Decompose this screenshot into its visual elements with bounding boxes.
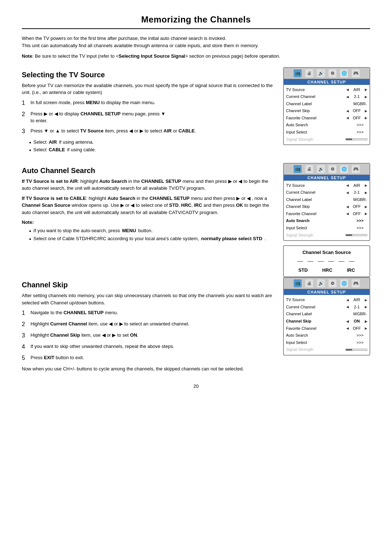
scan-hrc: HRC: [322, 267, 332, 273]
scan-dashes: — — — — — —: [291, 258, 362, 264]
menu1-row-favorite: Favorite Channel ◀ OFF ▶: [286, 115, 367, 122]
menu3-icon-tv: 📺: [294, 279, 302, 287]
skip-step-num-1: 1: [22, 309, 28, 317]
channel-skip-footer: Now when you use CH+/- buttons to cycle …: [22, 365, 276, 373]
menu3-row-favorite: Favorite Channel ◀ OFF ▶: [286, 325, 367, 332]
menu2-row-favorite: Favorite Channel ◀ OFF ▶: [286, 210, 367, 218]
step-num-3: 3: [22, 127, 28, 136]
channel-setup-menu-1: 📺 🖨 🔊 ⚙ 🌐 🎮 CHANNEL SETUP TV Source ◀ AI…: [283, 67, 370, 145]
menu2-row-signal: Signal Strength: [286, 232, 367, 239]
selecting-tv-source-text: Selecting the TV Source Before your TV c…: [22, 67, 276, 156]
skip-step-num-5: 5: [22, 354, 28, 362]
note-bullet-1: If you want to stop the auto-search, pre…: [29, 227, 276, 234]
selecting-tv-source-intro: Before your TV can memorize the availabl…: [22, 82, 276, 96]
channel-scan-source-box: Channel Scan Source — — — — — — STD HRC …: [283, 245, 370, 277]
signal-bar-3: [346, 349, 367, 351]
menu3-container: 📺 🖨 🔊 ⚙ 🌐 🎮 CHANNEL SETUP TV Source ◀ AI…: [283, 277, 370, 373]
menu1-row-label: Channel Label WGBR-: [286, 100, 367, 108]
menu1-row-signal: Signal Strength: [286, 136, 367, 143]
selecting-tv-source-section: Selecting the TV Source Before your TV c…: [22, 67, 370, 156]
signal-bar-1: [346, 138, 367, 140]
menu3-row-input: Input Select >>>: [286, 339, 367, 346]
menu2-row-input: Input Select >>>: [286, 225, 367, 232]
intro-line-2: This unit can automatically find all cha…: [22, 42, 370, 49]
title-divider: [22, 28, 370, 29]
channel-skip-intro: After setting channels into memory, you …: [22, 292, 276, 306]
menu3-header: CHANNEL SETUP: [284, 289, 369, 295]
menu1-row-auto: Auto Search >>>: [286, 122, 367, 129]
menu2-icons: 📺 🖨 🔊 ⚙ 🌐 🎮: [284, 164, 369, 175]
menu3-icon-copy: 🖨: [305, 279, 313, 287]
step-num-2: 2: [22, 110, 28, 124]
channel-setup-menu-2: 📺 🖨 🔊 ⚙ 🌐 🎮 CHANNEL SETUP TV Source ◀ AI…: [283, 163, 370, 241]
step-3: 3 Press ▼ or ▲ to select TV Source item,…: [22, 127, 276, 136]
skip-step-5: 5 Press EXIT button to exit.: [22, 354, 276, 362]
menu1-icon-tv: 📺: [294, 69, 302, 77]
menu3-row-tvsource: TV Source ◀ AIR ▶: [286, 296, 367, 304]
channel-skip-section: Channel Skip After setting channels into…: [22, 277, 370, 373]
channel-skip-steps: 1 Navigate to the CHANNEL SETUP menu. 2 …: [22, 309, 276, 362]
menu2-row-skip: Channel Skip ◀ OFF ▶: [286, 203, 367, 210]
menu3-icon-globe: 🌐: [340, 279, 348, 287]
menu2-icon-ctrl: 🎮: [352, 165, 360, 173]
auto-channel-title: Auto Channel Search: [22, 167, 276, 175]
page-number: 20: [22, 383, 370, 389]
menu1-icon-audio: 🔊: [317, 69, 325, 77]
menu1-header: CHANNEL SETUP: [284, 79, 369, 85]
skip-step-2: 2 Highlight Current Channel item, use ◀ …: [22, 320, 276, 329]
menu1-row-current: Current Channel ◀ 2-1 ▶: [286, 93, 367, 100]
note-intro: Note: Be sure to select the TV input (re…: [22, 53, 370, 60]
menu3-icon-audio: 🔊: [317, 279, 325, 287]
skip-step-num-4: 4: [22, 342, 28, 351]
menu1-row-tvsource: TV Source ◀ AIR ▶: [286, 86, 367, 94]
menu2-row-tvsource: TV Source ◀ AIR ▶: [286, 182, 367, 189]
menu1-icon-ctrl: 🎮: [352, 69, 360, 77]
menu2-icon-audio: 🔊: [317, 165, 325, 173]
auto-channel-note: Note: If you want to stop the auto-searc…: [22, 219, 276, 242]
menu3-rows: TV Source ◀ AIR ▶ Current Channel ◀ 2-1 …: [284, 295, 369, 355]
note-bullets: If you want to stop the auto-search, pre…: [29, 227, 276, 242]
menu1-icon-gear: ⚙: [328, 69, 336, 77]
skip-step-1: 1 Navigate to the CHANNEL SETUP menu.: [22, 309, 276, 317]
selecting-bullets: Select AIR if using antenna. Select CABL…: [29, 139, 276, 153]
step-content-1: In full screen mode, press MENU to displ…: [30, 99, 276, 107]
auto-channel-menus: 📺 🖨 🔊 ⚙ 🌐 🎮 CHANNEL SETUP TV Source ◀ AI…: [283, 163, 370, 278]
menu3-icon-gear: ⚙: [328, 279, 336, 287]
skip-step-content-3: Highlight Channel Skip item, use ◀ or ▶ …: [30, 332, 276, 340]
menu2-icon-globe: 🌐: [340, 165, 348, 173]
bullet-cable: Select CABLE if using cable.: [29, 146, 276, 153]
skip-step-4: 4 If you want to skip other unwanted cha…: [22, 343, 276, 351]
selecting-tv-source-steps: 1 In full screen mode, press MENU to dis…: [22, 99, 276, 136]
selecting-tv-source-title: Selecting the TV Source: [22, 71, 276, 79]
menu1-row-skip: Channel Skip ◀ OFF ▶: [286, 107, 367, 115]
menu1-icons: 📺 🖨 🔊 ⚙ 🌐 🎮: [284, 68, 369, 79]
right-arrow: ▶: [365, 87, 367, 92]
menu1-row-input: Input Select >>>: [286, 129, 367, 136]
auto-channel-text: Auto Channel Search If TV Source is set …: [22, 163, 276, 278]
skip-step-content-4: If you want to skip other unwanted chann…: [30, 343, 276, 351]
menu1-icon-copy: 🖨: [305, 69, 313, 77]
menu1-rows: TV Source ◀ AIR ▶ Current Channel ◀ 2-1 …: [284, 85, 369, 145]
intro-line-1: When the TV powers on for the first time…: [22, 35, 370, 42]
step-content-2: Press ▶ or ◀ to display CHANNEL SETUP me…: [30, 110, 276, 124]
skip-step-content-1: Navigate to the CHANNEL SETUP menu.: [30, 309, 276, 317]
menu2-icon-gear: ⚙: [328, 165, 336, 173]
menu3-row-signal: Signal Strength: [286, 346, 367, 353]
channel-setup-menu-3: 📺 🖨 🔊 ⚙ 🌐 🎮 CHANNEL SETUP TV Source ◀ AI…: [283, 277, 370, 356]
menu2-rows: TV Source ◀ AIR ▶ Current Channel ◀ 2-1 …: [284, 181, 369, 241]
scan-irc: IRC: [347, 267, 355, 273]
skip-step-content-2: Highlight Current Channel item, use ◀ or…: [30, 320, 276, 329]
menu3-row-current: Current Channel ◀ 2-1 ▶: [286, 304, 367, 311]
menu1-icon-globe: 🌐: [340, 69, 348, 77]
menu3-icons: 📺 🖨 🔊 ⚙ 🌐 🎮: [284, 278, 369, 289]
menu2-icon-tv: 📺: [294, 165, 302, 173]
signal-bar-2: [346, 234, 367, 236]
note-bullet-2: Select one of Cable STD/HRC/IRC accordin…: [29, 235, 276, 242]
menu1-container: 📺 🖨 🔊 ⚙ 🌐 🎮 CHANNEL SETUP TV Source ◀ AI…: [283, 67, 370, 156]
bullet-air: Select AIR if using antenna.: [29, 139, 276, 146]
skip-step-3: 3 Highlight Channel Skip item, use ◀ or …: [22, 332, 276, 340]
note-label: Note:: [22, 219, 34, 225]
scan-source-title: Channel Scan Source: [291, 250, 362, 255]
page-title: Memorizing the Channels: [22, 15, 370, 25]
skip-step-num-2: 2: [22, 320, 28, 329]
